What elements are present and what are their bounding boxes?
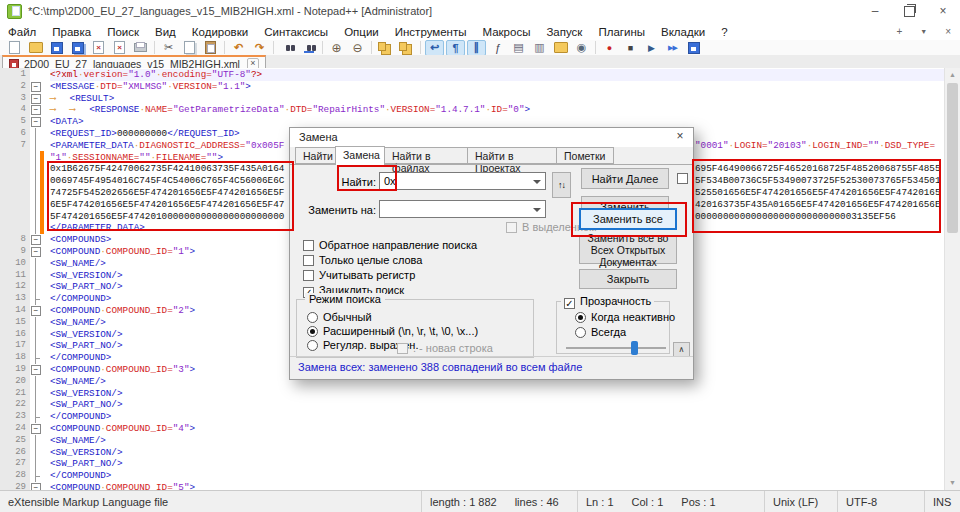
- new-tab-button[interactable]: +: [887, 26, 911, 37]
- dialog-tab-mark[interactable]: Пометки: [556, 147, 614, 164]
- scrollbar-thumb[interactable]: [947, 83, 958, 233]
- redo-icon[interactable]: ↷: [250, 40, 269, 56]
- macro-record-icon[interactable]: ●: [600, 40, 619, 56]
- search-option-checkbox[interactable]: Учитывать регистр: [303, 269, 415, 281]
- checkbox-icon[interactable]: [303, 240, 314, 251]
- scroll-down-arrow[interactable]: ▼: [945, 476, 960, 490]
- replace-input[interactable]: [379, 200, 546, 218]
- copy-icon[interactable]: [180, 40, 199, 56]
- line-number[interactable]: 21: [0, 388, 26, 400]
- open-icon[interactable]: [26, 40, 45, 56]
- editor-row[interactable]: 4−⟶⟶<RESPONSE·NAME="GetParametrizeData"·…: [0, 104, 944, 116]
- function-list-icon[interactable]: ƒ: [488, 40, 507, 56]
- radio-icon[interactable]: [307, 340, 318, 351]
- radio-icon[interactable]: [575, 312, 586, 323]
- save-icon[interactable]: [47, 40, 66, 56]
- fold-collapse-icon[interactable]: −: [31, 94, 41, 104]
- editor-row[interactable]: 3−⟶<RESULT>: [0, 93, 944, 105]
- editor-row[interactable]: 25<SW_NAME/>: [0, 435, 944, 447]
- line-number[interactable]: 5: [0, 116, 26, 128]
- fold-collapse-icon[interactable]: −: [31, 424, 41, 434]
- fold-collapse-icon[interactable]: −: [31, 306, 41, 316]
- search-option-checkbox[interactable]: Обратное направление поиска: [303, 239, 477, 251]
- menu-item[interactable]: Правка: [44, 26, 99, 38]
- cut-icon[interactable]: ✂: [159, 40, 178, 56]
- line-number[interactable]: 3: [0, 93, 26, 105]
- dialog-tab-replace[interactable]: Замена: [335, 146, 385, 165]
- menu-item[interactable]: Файл: [0, 26, 44, 38]
- transparency-slider-thumb[interactable]: [631, 341, 638, 355]
- line-number[interactable]: 27: [0, 458, 26, 470]
- fold-collapse-icon[interactable]: −: [31, 235, 41, 245]
- status-encoding[interactable]: UTF-8: [838, 491, 925, 512]
- collapse-dialog-button[interactable]: ∧: [673, 342, 690, 357]
- close-dialog-button[interactable]: Закрыть: [579, 269, 677, 289]
- close-all-icon[interactable]: ×: [110, 40, 129, 56]
- line-number[interactable]: 26: [0, 447, 26, 459]
- line-number[interactable]: 20: [0, 376, 26, 388]
- checkbox-icon[interactable]: [303, 270, 314, 281]
- dialog-tab-find-in-files[interactable]: Найти в файлах: [384, 147, 468, 164]
- folder-as-workspace-icon[interactable]: [551, 40, 570, 56]
- close-icon[interactable]: ×: [89, 40, 108, 56]
- editor-row[interactable]: 2−<MESSAGE·DTD="XMLMSG"·VERSION="1.1">: [0, 81, 944, 93]
- line-number[interactable]: 11: [0, 270, 26, 282]
- sync-vertical-icon[interactable]: [376, 40, 395, 56]
- macro-stop-icon[interactable]: ■: [621, 40, 640, 56]
- line-number[interactable]: 29: [0, 482, 26, 490]
- line-number[interactable]: 17: [0, 340, 26, 352]
- radio-option[interactable]: Расширенный (\n, \r, \t, \0, \x...): [307, 325, 478, 337]
- line-number[interactable]: 28: [0, 470, 26, 482]
- checkbox-icon[interactable]: [303, 255, 314, 266]
- checkbox-icon[interactable]: [397, 343, 408, 354]
- fold-collapse-icon[interactable]: −: [31, 247, 41, 257]
- line-number[interactable]: 12: [0, 281, 26, 293]
- paste-icon[interactable]: [201, 40, 220, 56]
- editor-row[interactable]: 27<SW_PART_NO/>: [0, 458, 944, 470]
- line-number[interactable]: 25: [0, 435, 26, 447]
- dialog-title-bar[interactable]: Замена ×: [290, 128, 693, 147]
- fold-collapse-icon[interactable]: −: [31, 105, 41, 115]
- editor-row[interactable]: 26<SW_VERSION/>: [0, 447, 944, 459]
- menu-item[interactable]: ?: [713, 26, 735, 38]
- replace-all-open-docs-button[interactable]: Заменить все во Всех Открытых Документах: [579, 236, 677, 264]
- status-eol-format[interactable]: Unix (LF): [765, 491, 838, 512]
- dialog-tab-find-in-projects[interactable]: Найти в Проектах: [467, 147, 557, 164]
- line-number[interactable]: 8: [0, 234, 26, 246]
- zoom-out-icon[interactable]: ⊖: [348, 40, 367, 56]
- checkbox-icon[interactable]: [506, 222, 517, 233]
- menu-item[interactable]: Плагины: [590, 26, 653, 38]
- macro-save-icon[interactable]: [684, 40, 703, 56]
- save-all-icon[interactable]: [68, 40, 87, 56]
- document-map-icon[interactable]: ▤: [509, 40, 528, 56]
- print-icon[interactable]: [131, 40, 150, 56]
- menu-item[interactable]: Поиск: [99, 26, 147, 38]
- menu-item[interactable]: Кодировки: [184, 26, 256, 38]
- replace-icon[interactable]: [299, 40, 318, 56]
- find-input[interactable]: 0x: [379, 172, 546, 190]
- tab-list-button[interactable]: ▼: [911, 28, 936, 35]
- swap-find-replace-button[interactable]: ↑↓: [552, 172, 571, 198]
- fold-collapse-icon[interactable]: −: [31, 483, 41, 490]
- radio-option[interactable]: Обычный: [307, 311, 372, 323]
- menu-item[interactable]: Опции: [336, 26, 387, 38]
- line-number[interactable]: 18: [0, 352, 26, 364]
- editor-row[interactable]: 24−<COMPOUND·COMPOUND_ID="4">: [0, 423, 944, 435]
- indent-guide-icon[interactable]: ∥: [467, 40, 486, 56]
- radio-icon[interactable]: [575, 327, 586, 338]
- line-number[interactable]: 4: [0, 104, 26, 116]
- chevron-down-icon[interactable]: [533, 180, 541, 184]
- line-number[interactable]: 13: [0, 293, 26, 305]
- show-all-characters-icon[interactable]: ¶: [446, 40, 465, 56]
- menu-item[interactable]: Макросы: [474, 26, 538, 38]
- vertical-scrollbar[interactable]: ▲ ▼: [944, 68, 960, 490]
- macro-run-multiple-icon[interactable]: ▶▶: [663, 40, 682, 56]
- zoom-in-icon[interactable]: ⊕: [327, 40, 346, 56]
- minimize-button[interactable]: –: [858, 0, 892, 22]
- search-option-checkbox[interactable]: Только целые слова: [303, 254, 422, 266]
- dialog-tab-find[interactable]: Найти: [295, 147, 336, 164]
- line-number[interactable]: 2: [0, 81, 26, 93]
- status-insert-mode[interactable]: INS: [925, 491, 960, 512]
- line-number[interactable]: 7: [0, 140, 26, 152]
- fold-collapse-icon[interactable]: −: [31, 365, 41, 375]
